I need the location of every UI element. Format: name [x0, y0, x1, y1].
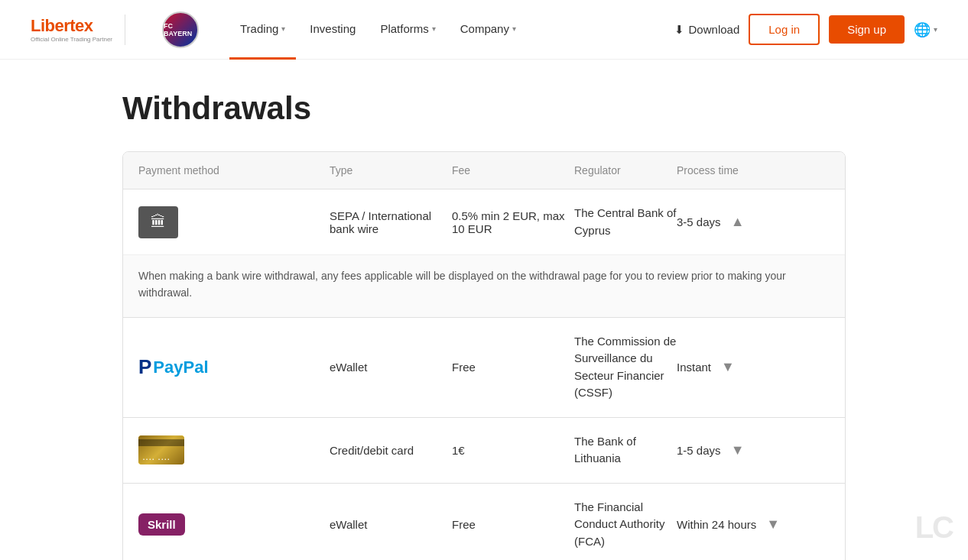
cell-fee: 0.5% min 2 EUR, max 10 EUR [452, 209, 574, 235]
table-row: Skrill eWallet Free The Financial Conduc… [123, 484, 845, 560]
login-button[interactable]: Log in [749, 14, 820, 45]
chevron-down-icon: ▾ [934, 25, 937, 34]
watermark: LC [915, 510, 953, 545]
cell-type: eWallet [330, 518, 452, 531]
cell-regulator: The Commission de Surveillance du Secteu… [574, 333, 677, 402]
skrill-logo: Skrill [138, 513, 185, 536]
paypal-logo: PayPal [153, 358, 208, 377]
chevron-down-icon: ▾ [281, 24, 285, 33]
cell-fee: Free [452, 518, 574, 531]
main-content: Withdrawals Payment method Type Fee Regu… [0, 60, 968, 560]
cell-fee: 1€ [452, 444, 574, 457]
download-button[interactable]: ⬇ Download [674, 23, 740, 37]
cell-regulator: The Central Bank of Cyprus [574, 205, 677, 239]
table-row-main: Skrill eWallet Free The Financial Conduc… [123, 484, 845, 560]
nav-links: Trading ▾ Investing Platforms ▾ Company … [229, 0, 674, 60]
navigation: Libertex Official Online Trading Partner… [0, 0, 968, 60]
credit-card-icon: •••• •••• [138, 435, 184, 465]
table-row: P PayPal eWallet Free The Commission de … [123, 318, 845, 418]
table-header: Payment method Type Fee Regulator Proces… [123, 152, 845, 189]
expanded-content: When making a bank wire withdrawal, any … [123, 254, 845, 317]
nav-investing[interactable]: Investing [299, 0, 366, 60]
fc-bayern-badge: FC BAYERN [162, 11, 199, 48]
payment-method-skrill: Skrill [138, 513, 330, 536]
globe-icon: 🌐 [914, 21, 931, 38]
nav-company[interactable]: Company ▾ [450, 0, 527, 60]
cell-type: SEPA / International bank wire [330, 209, 452, 235]
cell-process-time: 1-5 days ▼ [677, 439, 830, 461]
table-row: 🏛 SEPA / International bank wire 0.5% mi… [123, 189, 845, 318]
cell-process-time: Instant ▼ [677, 357, 830, 378]
header-type: Type [330, 164, 452, 176]
logo-text: Libertex [31, 16, 112, 36]
cell-type: Credit/debit card [330, 444, 452, 457]
expand-button[interactable]: ▼ [717, 357, 739, 378]
logo-divider [125, 15, 125, 45]
cell-process-time: Within 24 hours ▼ [677, 514, 830, 536]
table-row: •••• •••• Credit/debit card 1€ The Bank … [123, 418, 845, 484]
cell-process-time: 3-5 days ▲ [677, 212, 830, 233]
libertex-logo: Libertex Official Online Trading Partner [31, 16, 112, 43]
payment-method-card: •••• •••• [138, 435, 330, 465]
nav-trading[interactable]: Trading ▾ [229, 0, 296, 60]
cell-regulator: The Financial Conduct Authority (FCA) [574, 499, 677, 551]
language-selector[interactable]: 🌐 ▾ [914, 21, 937, 38]
cell-regulator: The Bank of Lithuania [574, 433, 677, 468]
chevron-down-icon: ▾ [512, 24, 516, 33]
header-fee: Fee [452, 164, 574, 176]
cell-fee: Free [452, 361, 574, 374]
bank-icon: 🏛 [138, 206, 178, 238]
expand-button[interactable]: ▼ [727, 439, 749, 461]
expand-button[interactable]: ▲ [727, 212, 749, 233]
payment-method-bank: 🏛 [138, 206, 330, 238]
table-row-main: P PayPal eWallet Free The Commission de … [123, 318, 845, 417]
table-row-main: •••• •••• Credit/debit card 1€ The Bank … [123, 418, 845, 483]
logo-subtitle: Official Online Trading Partner [31, 36, 112, 43]
logo: Libertex Official Online Trading Partner… [31, 11, 199, 48]
paypal-p-icon: P [138, 355, 151, 379]
expand-button[interactable]: ▼ [762, 514, 784, 536]
withdrawals-table: Payment method Type Fee Regulator Proces… [122, 151, 846, 560]
header-process-time: Process time [677, 164, 830, 176]
header-regulator: Regulator [574, 164, 677, 176]
nav-platforms[interactable]: Platforms ▾ [369, 0, 446, 60]
cell-type: eWallet [330, 361, 452, 374]
signup-button[interactable]: Sign up [829, 15, 905, 44]
nav-right: ⬇ Download Log in Sign up 🌐 ▾ [674, 14, 937, 45]
header-payment-method: Payment method [138, 164, 330, 176]
table-row-main: 🏛 SEPA / International bank wire 0.5% mi… [123, 189, 845, 254]
page-title: Withdrawals [122, 90, 846, 127]
chevron-down-icon: ▾ [432, 24, 436, 33]
download-icon: ⬇ [674, 23, 684, 37]
payment-method-paypal: P PayPal [138, 355, 330, 379]
